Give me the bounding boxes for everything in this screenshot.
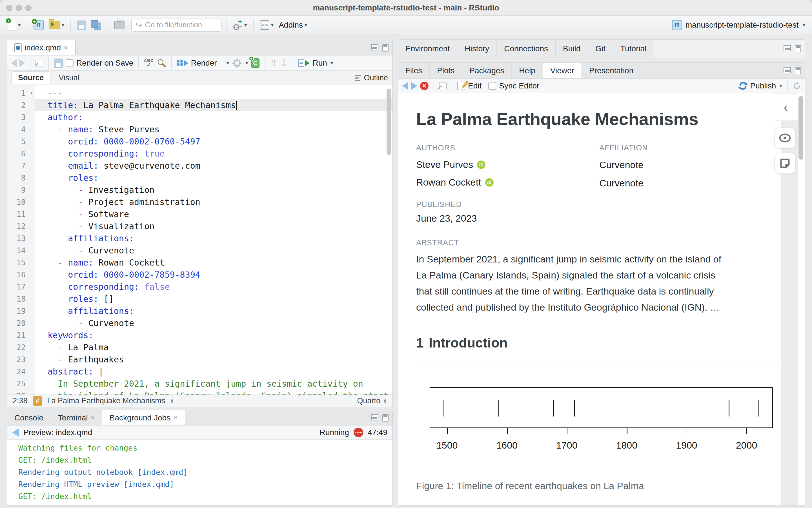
tab-tutorial[interactable]: Tutorial — [613, 40, 654, 58]
edit-icon[interactable] — [457, 82, 465, 90]
refresh-icon[interactable] — [793, 82, 801, 90]
stop-icon[interactable]: STOP — [354, 428, 363, 437]
open-file-button[interactable]: ▾ — [48, 20, 66, 31]
tab-build[interactable]: Build — [556, 40, 588, 58]
gear-icon[interactable] — [232, 58, 242, 68]
minimize-window-button[interactable] — [16, 5, 22, 11]
code-line[interactable]: - name: Rowan Cockett — [35, 257, 393, 269]
tab-help[interactable]: Help — [512, 63, 543, 78]
code-editor[interactable]: 1▾23456789101112131415161718192021222324… — [7, 85, 393, 394]
tab-viewer[interactable]: Viewer — [543, 63, 582, 78]
forward-icon[interactable] — [19, 59, 25, 67]
chevron-down-icon[interactable]: ▾ — [227, 60, 229, 66]
minimize-pane-icon[interactable] — [783, 67, 791, 73]
code-line[interactable]: the island of La Palma (Canary Islands, … — [35, 390, 393, 394]
code-line[interactable]: title: La Palma Earthquake Mechanisms — [35, 99, 393, 111]
editor-scrollbar[interactable] — [387, 89, 391, 155]
go-to-next-section-icon[interactable]: ⇩ — [280, 58, 288, 69]
collapse-toc-button[interactable]: ‹ — [774, 93, 798, 121]
maximize-pane-icon[interactable] — [382, 414, 389, 422]
code-line[interactable]: email: steve@curvenote.com — [35, 160, 393, 172]
code-lines[interactable]: ---title: La Palma Earthquake Mechanisms… — [35, 85, 393, 394]
tab-environment[interactable]: Environment — [398, 40, 457, 58]
tab-history[interactable]: History — [457, 40, 497, 58]
code-line[interactable]: - Project administration — [35, 196, 393, 208]
code-line[interactable]: --- — [35, 87, 393, 99]
close-icon[interactable]: × — [173, 413, 177, 422]
code-line[interactable]: - Curvenote — [35, 245, 393, 257]
code-line[interactable]: affiliations: — [35, 232, 393, 245]
annotation-button[interactable] — [775, 153, 796, 174]
close-icon[interactable]: × — [64, 43, 68, 52]
code-line[interactable]: - Software — [35, 208, 393, 220]
panes-layout-button[interactable]: ▾ — [259, 19, 275, 31]
save-button[interactable] — [76, 19, 87, 31]
open-in-new-window-icon[interactable] — [439, 83, 447, 89]
print-button[interactable] — [113, 20, 126, 31]
save-all-button[interactable] — [90, 19, 103, 31]
code-line[interactable]: - Investigation — [35, 184, 393, 196]
clear-viewer-icon[interactable]: ✕ — [420, 82, 429, 90]
visibility-button[interactable] — [775, 128, 796, 149]
code-line[interactable]: keywords: — [35, 329, 393, 341]
minimize-pane-icon[interactable] — [371, 44, 378, 50]
tab-presentation[interactable]: Presentation — [582, 63, 641, 78]
chevron-down-icon[interactable]: ▾ — [330, 60, 333, 66]
tab-index-qmd[interactable]: index.qmd × — [7, 40, 76, 55]
goto-file-function-input[interactable]: ↪ Go to file/function — [131, 18, 221, 32]
viewer-scrollbar[interactable] — [799, 96, 803, 160]
edit-label[interactable]: Edit — [468, 81, 482, 90]
code-line[interactable]: orcid: 0000-0002-0760-5497 — [35, 135, 393, 147]
minimize-pane-icon[interactable] — [371, 414, 378, 420]
addins-button[interactable]: Addins ▾ — [278, 19, 308, 31]
publish-button[interactable]: Publish — [750, 81, 776, 90]
insert-chunk-icon[interactable]: C+ — [251, 58, 259, 68]
tab-plots[interactable]: Plots — [430, 63, 462, 78]
code-line[interactable]: - Curvenote — [35, 317, 393, 329]
new-file-button[interactable]: + ▾ — [7, 18, 22, 32]
code-line[interactable]: affiliations: — [35, 305, 393, 317]
save-icon[interactable] — [54, 58, 63, 68]
maximize-pane-icon[interactable] — [795, 45, 801, 52]
maximize-pane-icon[interactable] — [382, 44, 389, 51]
code-line[interactable]: - name: Steve Purves — [35, 123, 393, 135]
tab-git[interactable]: Git — [588, 40, 613, 58]
zoom-window-button[interactable] — [25, 5, 32, 11]
code-line[interactable]: In September 2021, a significant jump in… — [35, 378, 393, 390]
forward-icon[interactable] — [411, 82, 417, 90]
render-on-save-checkbox[interactable] — [66, 59, 74, 67]
close-window-button[interactable] — [6, 5, 12, 11]
code-line[interactable]: orcid: 0000-0002-7859-8394 — [35, 269, 393, 281]
spellcheck-icon[interactable]: ABC✓ — [144, 58, 154, 68]
tab-connections[interactable]: Connections — [497, 40, 556, 58]
orcid-icon[interactable]: iD — [477, 161, 485, 169]
code-line[interactable]: - Visualization — [35, 220, 393, 232]
chevron-down-icon[interactable]: ▾ — [779, 83, 782, 89]
project-selector[interactable]: R manuscript-template-rstudio-test ▾ — [672, 20, 805, 30]
search-icon[interactable] — [157, 58, 166, 68]
new-project-button[interactable]: R+ — [32, 19, 45, 31]
viewer-document[interactable]: La Palma Earthquake Mechanisms AUTHORS S… — [398, 93, 805, 505]
maximize-pane-icon[interactable] — [795, 67, 801, 74]
run-button[interactable]: Run — [313, 58, 327, 68]
section-selector[interactable]: La Palma Earthquake Mechanisms — [47, 396, 165, 405]
chevron-down-icon[interactable]: ▾ — [245, 60, 248, 66]
outline-toggle[interactable]: Outline — [355, 74, 388, 82]
code-line[interactable]: corresponding: false — [35, 281, 393, 293]
render-button[interactable]: Render — [191, 58, 217, 68]
orcid-icon[interactable]: iD — [485, 178, 494, 187]
file-type-selector[interactable]: Quarto — [357, 396, 381, 405]
source-mode-button[interactable]: Source — [11, 72, 50, 84]
code-line[interactable]: corresponding: true — [35, 147, 393, 160]
tab-packages[interactable]: Packages — [462, 63, 512, 78]
visual-mode-button[interactable]: Visual — [53, 72, 86, 84]
tab-console[interactable]: Console — [7, 410, 51, 425]
code-line[interactable]: - La Palma — [35, 341, 393, 353]
job-output[interactable]: Watching files for changesGET: /index.ht… — [7, 439, 393, 505]
minimize-pane-icon[interactable] — [783, 45, 791, 51]
code-line[interactable]: author: — [35, 111, 393, 123]
code-line[interactable]: roles: — [35, 172, 393, 184]
code-line[interactable]: - Earthquakes — [35, 353, 393, 366]
back-icon[interactable] — [12, 428, 19, 437]
go-to-previous-section-icon[interactable]: ⇧ — [270, 58, 278, 69]
